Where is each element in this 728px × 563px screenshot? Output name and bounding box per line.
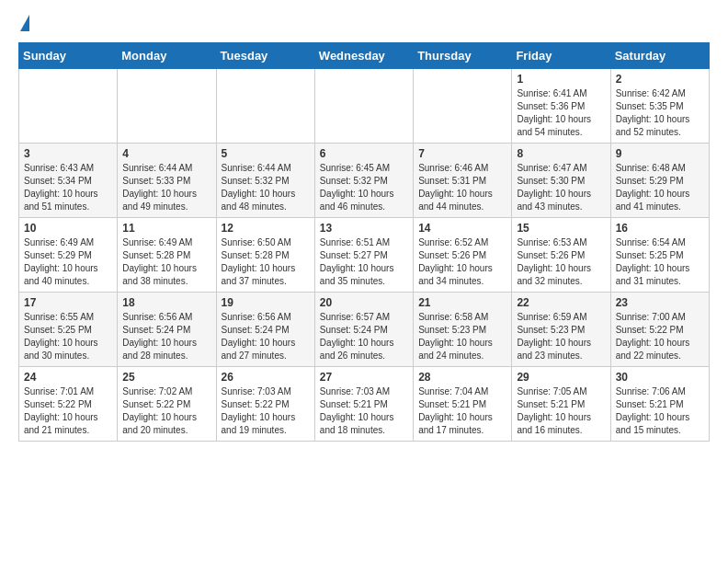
calendar-week-row: 3Sunrise: 6:43 AMSunset: 5:34 PMDaylight… — [19, 144, 710, 218]
day-info: Sunrise: 7:01 AMSunset: 5:22 PMDaylight:… — [24, 385, 112, 437]
day-of-week-header: Wednesday — [314, 43, 413, 69]
day-info: Sunrise: 7:05 AMSunset: 5:21 PMDaylight:… — [517, 385, 605, 437]
day-info: Sunrise: 6:44 AMSunset: 5:32 PMDaylight:… — [222, 162, 310, 213]
page: SundayMondayTuesdayWednesdayThursdayFrid… — [0, 0, 728, 456]
day-number: 19 — [222, 296, 310, 309]
calendar-cell — [314, 69, 413, 144]
day-info: Sunrise: 6:49 AMSunset: 5:29 PMDaylight:… — [24, 236, 112, 288]
day-number: 15 — [517, 222, 605, 235]
day-info: Sunrise: 6:44 AMSunset: 5:33 PMDaylight:… — [122, 162, 210, 213]
calendar-cell: 16Sunrise: 6:54 AMSunset: 5:25 PMDayligh… — [610, 218, 709, 293]
calendar-cell: 13Sunrise: 6:51 AMSunset: 5:27 PMDayligh… — [314, 218, 413, 293]
logo — [18, 15, 29, 33]
day-number: 25 — [122, 371, 210, 384]
day-number: 4 — [122, 147, 210, 160]
calendar-cell — [118, 69, 216, 144]
calendar-cell: 30Sunrise: 7:06 AMSunset: 5:21 PMDayligh… — [610, 367, 709, 442]
day-number: 10 — [24, 222, 112, 235]
day-number: 21 — [418, 296, 506, 309]
day-info: Sunrise: 6:57 AMSunset: 5:24 PMDaylight:… — [320, 311, 408, 362]
days-of-week-row: SundayMondayTuesdayWednesdayThursdayFrid… — [19, 43, 710, 69]
day-number: 1 — [517, 73, 605, 86]
day-number: 30 — [616, 371, 704, 384]
day-number: 16 — [616, 222, 704, 235]
day-info: Sunrise: 6:43 AMSunset: 5:34 PMDaylight:… — [24, 162, 112, 213]
logo-text — [18, 15, 29, 33]
calendar-cell: 18Sunrise: 6:56 AMSunset: 5:24 PMDayligh… — [118, 293, 216, 367]
calendar-cell — [216, 69, 314, 144]
calendar-cell: 1Sunrise: 6:41 AMSunset: 5:36 PMDaylight… — [512, 69, 610, 144]
day-number: 17 — [24, 296, 112, 309]
calendar-cell: 12Sunrise: 6:50 AMSunset: 5:28 PMDayligh… — [216, 218, 314, 293]
day-number: 20 — [320, 296, 408, 309]
calendar-week-row: 17Sunrise: 6:55 AMSunset: 5:25 PMDayligh… — [19, 293, 710, 367]
day-info: Sunrise: 6:45 AMSunset: 5:32 PMDaylight:… — [320, 162, 408, 213]
calendar: SundayMondayTuesdayWednesdayThursdayFrid… — [18, 42, 710, 442]
day-info: Sunrise: 6:46 AMSunset: 5:31 PMDaylight:… — [418, 162, 506, 213]
day-number: 5 — [222, 147, 310, 160]
day-info: Sunrise: 6:54 AMSunset: 5:25 PMDaylight:… — [616, 236, 704, 288]
day-number: 18 — [122, 296, 210, 309]
calendar-week-row: 10Sunrise: 6:49 AMSunset: 5:29 PMDayligh… — [19, 218, 710, 293]
calendar-cell: 7Sunrise: 6:46 AMSunset: 5:31 PMDaylight… — [414, 144, 512, 218]
calendar-cell: 4Sunrise: 6:44 AMSunset: 5:33 PMDaylight… — [118, 144, 216, 218]
day-info: Sunrise: 6:52 AMSunset: 5:26 PMDaylight:… — [418, 236, 506, 288]
calendar-cell: 29Sunrise: 7:05 AMSunset: 5:21 PMDayligh… — [512, 367, 610, 442]
calendar-cell — [19, 69, 118, 144]
calendar-cell: 25Sunrise: 7:02 AMSunset: 5:22 PMDayligh… — [118, 367, 216, 442]
day-info: Sunrise: 6:47 AMSunset: 5:30 PMDaylight:… — [517, 162, 605, 213]
calendar-cell: 3Sunrise: 6:43 AMSunset: 5:34 PMDaylight… — [19, 144, 118, 218]
day-info: Sunrise: 6:49 AMSunset: 5:28 PMDaylight:… — [122, 236, 210, 288]
day-info: Sunrise: 7:06 AMSunset: 5:21 PMDaylight:… — [616, 385, 704, 437]
day-number: 13 — [320, 222, 408, 235]
day-number: 8 — [517, 147, 605, 160]
day-info: Sunrise: 6:59 AMSunset: 5:23 PMDaylight:… — [517, 311, 605, 362]
day-number: 3 — [24, 147, 112, 160]
calendar-cell: 19Sunrise: 6:56 AMSunset: 5:24 PMDayligh… — [216, 293, 314, 367]
calendar-cell: 8Sunrise: 6:47 AMSunset: 5:30 PMDaylight… — [512, 144, 610, 218]
day-number: 26 — [222, 371, 310, 384]
day-number: 14 — [418, 222, 506, 235]
day-number: 28 — [418, 371, 506, 384]
day-info: Sunrise: 6:55 AMSunset: 5:25 PMDaylight:… — [24, 311, 112, 362]
calendar-cell: 5Sunrise: 6:44 AMSunset: 5:32 PMDaylight… — [216, 144, 314, 218]
calendar-cell: 9Sunrise: 6:48 AMSunset: 5:29 PMDaylight… — [610, 144, 709, 218]
day-number: 7 — [418, 147, 506, 160]
calendar-cell: 23Sunrise: 7:00 AMSunset: 5:22 PMDayligh… — [610, 293, 709, 367]
calendar-cell: 2Sunrise: 6:42 AMSunset: 5:35 PMDaylight… — [610, 69, 709, 144]
day-number: 24 — [24, 371, 112, 384]
day-info: Sunrise: 7:03 AMSunset: 5:22 PMDaylight:… — [222, 385, 310, 437]
day-number: 6 — [320, 147, 408, 160]
day-info: Sunrise: 6:56 AMSunset: 5:24 PMDaylight:… — [222, 311, 310, 362]
calendar-cell: 11Sunrise: 6:49 AMSunset: 5:28 PMDayligh… — [118, 218, 216, 293]
day-of-week-header: Friday — [512, 43, 610, 69]
calendar-cell: 17Sunrise: 6:55 AMSunset: 5:25 PMDayligh… — [19, 293, 118, 367]
calendar-cell: 22Sunrise: 6:59 AMSunset: 5:23 PMDayligh… — [512, 293, 610, 367]
calendar-body: 1Sunrise: 6:41 AMSunset: 5:36 PMDaylight… — [19, 69, 710, 442]
day-info: Sunrise: 6:53 AMSunset: 5:26 PMDaylight:… — [517, 236, 605, 288]
calendar-cell: 26Sunrise: 7:03 AMSunset: 5:22 PMDayligh… — [216, 367, 314, 442]
day-number: 22 — [517, 296, 605, 309]
calendar-cell: 24Sunrise: 7:01 AMSunset: 5:22 PMDayligh… — [19, 367, 118, 442]
header — [18, 15, 710, 33]
day-of-week-header: Tuesday — [216, 43, 314, 69]
calendar-cell: 15Sunrise: 6:53 AMSunset: 5:26 PMDayligh… — [512, 218, 610, 293]
day-number: 12 — [222, 222, 310, 235]
day-number: 23 — [616, 296, 704, 309]
day-number: 9 — [616, 147, 704, 160]
logo-triangle-icon — [20, 15, 29, 31]
calendar-week-row: 1Sunrise: 6:41 AMSunset: 5:36 PMDaylight… — [19, 69, 710, 144]
day-info: Sunrise: 6:56 AMSunset: 5:24 PMDaylight:… — [122, 311, 210, 362]
day-info: Sunrise: 6:50 AMSunset: 5:28 PMDaylight:… — [222, 236, 310, 288]
day-number: 2 — [616, 73, 704, 86]
day-of-week-header: Monday — [118, 43, 216, 69]
day-of-week-header: Saturday — [610, 43, 709, 69]
day-number: 27 — [320, 371, 408, 384]
day-info: Sunrise: 7:02 AMSunset: 5:22 PMDaylight:… — [122, 385, 210, 437]
calendar-cell: 6Sunrise: 6:45 AMSunset: 5:32 PMDaylight… — [314, 144, 413, 218]
day-info: Sunrise: 7:00 AMSunset: 5:22 PMDaylight:… — [616, 311, 704, 362]
calendar-cell: 21Sunrise: 6:58 AMSunset: 5:23 PMDayligh… — [414, 293, 512, 367]
calendar-cell: 10Sunrise: 6:49 AMSunset: 5:29 PMDayligh… — [19, 218, 118, 293]
day-info: Sunrise: 6:51 AMSunset: 5:27 PMDaylight:… — [320, 236, 408, 288]
day-info: Sunrise: 6:41 AMSunset: 5:36 PMDaylight:… — [517, 87, 605, 139]
